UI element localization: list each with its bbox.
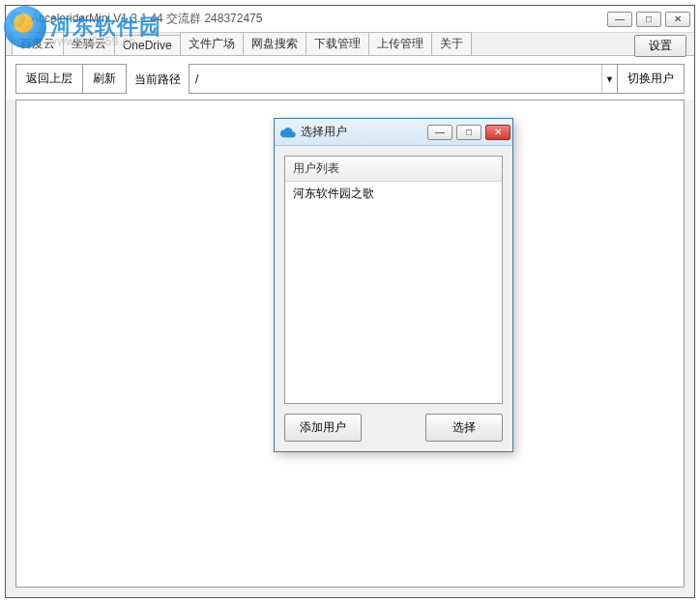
tab-bar: 百度云 坐骑云 OneDrive 文件广场 网盘搜索 下载管理 上传管理 关于 … bbox=[6, 33, 694, 56]
tab-zuoqi[interactable]: 坐骑云 bbox=[63, 32, 115, 55]
path-label: 当前路径 bbox=[127, 64, 189, 94]
tab-onedrive[interactable]: OneDrive bbox=[114, 35, 181, 55]
user-listbox[interactable]: 用户列表 河东软件园之歌 bbox=[284, 156, 503, 404]
settings-button[interactable]: 设置 bbox=[634, 35, 686, 57]
minimize-button[interactable]: — bbox=[607, 12, 632, 27]
add-user-button[interactable]: 添加用户 bbox=[284, 414, 362, 442]
close-button[interactable]: ✕ bbox=[665, 12, 690, 27]
tab-about[interactable]: 关于 bbox=[431, 32, 472, 55]
window-title: AcceleriderMini V1.3.1.44 交流群 248372475 bbox=[31, 11, 607, 27]
maximize-button[interactable]: □ bbox=[636, 12, 661, 27]
tab-disk-search[interactable]: 网盘搜索 bbox=[243, 32, 306, 55]
cloud-icon bbox=[280, 127, 296, 138]
tab-baidu[interactable]: 百度云 bbox=[12, 32, 64, 55]
path-combobox[interactable]: ▼ bbox=[189, 64, 618, 94]
tab-uploads[interactable]: 上传管理 bbox=[368, 32, 432, 55]
toolbar: 返回上层 刷新 当前路径 ▼ 切换用户 bbox=[6, 56, 694, 100]
dialog-titlebar[interactable]: 选择用户 — □ ✕ bbox=[275, 119, 512, 146]
app-icon bbox=[10, 12, 25, 27]
select-button[interactable]: 选择 bbox=[425, 414, 503, 442]
tab-downloads[interactable]: 下载管理 bbox=[306, 32, 369, 55]
switch-user-button[interactable]: 切换用户 bbox=[618, 64, 685, 94]
tab-file-square[interactable]: 文件广场 bbox=[180, 32, 244, 55]
dialog-close-button[interactable]: ✕ bbox=[485, 125, 510, 140]
user-list-header: 用户列表 bbox=[285, 157, 502, 182]
titlebar[interactable]: AcceleriderMini V1.3.1.44 交流群 248372475 … bbox=[6, 6, 694, 33]
path-input[interactable] bbox=[190, 65, 601, 93]
dialog-maximize-button[interactable]: □ bbox=[456, 125, 481, 140]
dialog-minimize-button[interactable]: — bbox=[427, 125, 452, 140]
back-button[interactable]: 返回上层 bbox=[15, 64, 83, 94]
chevron-down-icon[interactable]: ▼ bbox=[601, 65, 617, 93]
refresh-button[interactable]: 刷新 bbox=[83, 64, 127, 94]
dialog-title: 选择用户 bbox=[301, 124, 427, 140]
list-item[interactable]: 河东软件园之歌 bbox=[285, 182, 502, 206]
select-user-dialog: 选择用户 — □ ✕ 用户列表 河东软件园之歌 添加用户 选择 bbox=[274, 118, 513, 452]
